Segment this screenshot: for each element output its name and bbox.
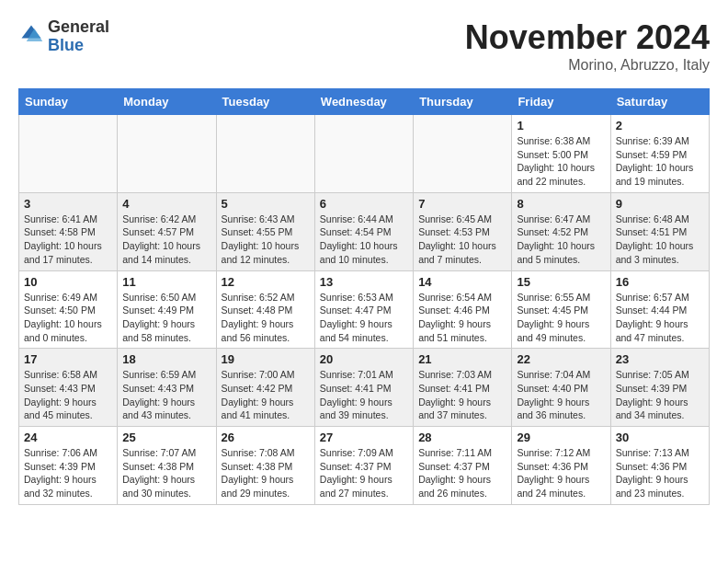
calendar-day-cell: 25Sunrise: 7:07 AM Sunset: 4:38 PM Dayli… [118,427,216,505]
calendar-day-cell: 28Sunrise: 7:11 AM Sunset: 4:37 PM Dayli… [414,427,512,505]
calendar-day-cell: 10Sunrise: 6:49 AM Sunset: 4:50 PM Dayli… [19,270,118,349]
calendar-day-cell: 21Sunrise: 7:03 AM Sunset: 4:41 PM Dayli… [414,349,512,427]
day-number: 8 [517,197,605,211]
logo-text: General Blue [48,18,109,55]
day-number: 23 [616,352,704,366]
day-number: 11 [122,275,210,289]
day-number: 18 [122,352,210,366]
day-info: Sunrise: 6:47 AM Sunset: 4:52 PM Dayligh… [517,213,605,267]
day-number: 9 [616,197,704,211]
logo-icon [18,22,44,48]
day-number: 14 [418,275,506,289]
day-info: Sunrise: 6:55 AM Sunset: 4:45 PM Dayligh… [517,291,605,345]
day-number: 27 [320,431,408,444]
column-header-sunday: Sunday [19,89,118,115]
day-info: Sunrise: 6:57 AM Sunset: 4:44 PM Dayligh… [616,291,704,345]
day-number: 12 [222,275,310,289]
column-header-saturday: Saturday [610,89,709,115]
calendar-day-cell: 29Sunrise: 7:12 AM Sunset: 4:36 PM Dayli… [512,427,610,505]
calendar-day-cell: 15Sunrise: 6:55 AM Sunset: 4:45 PM Dayli… [512,270,610,349]
calendar-day-cell: 4Sunrise: 6:42 AM Sunset: 4:57 PM Daylig… [118,192,216,270]
calendar-day-cell: 9Sunrise: 6:48 AM Sunset: 4:51 PM Daylig… [610,192,709,270]
column-header-friday: Friday [512,89,610,115]
day-info: Sunrise: 6:45 AM Sunset: 4:53 PM Dayligh… [418,213,506,267]
calendar-empty-cell [414,115,512,193]
page-header: General Blue November 2024 Morino, Abruz… [18,18,710,74]
day-number: 25 [122,431,210,444]
day-info: Sunrise: 7:09 AM Sunset: 4:37 PM Dayligh… [320,446,408,500]
calendar-empty-cell [118,115,216,193]
day-info: Sunrise: 7:01 AM Sunset: 4:41 PM Dayligh… [320,368,408,422]
logo-general: General [48,18,109,37]
day-info: Sunrise: 7:12 AM Sunset: 4:36 PM Dayligh… [517,446,605,500]
calendar-day-cell: 18Sunrise: 6:59 AM Sunset: 4:43 PM Dayli… [118,349,216,427]
day-number: 6 [320,197,408,211]
calendar-day-cell: 5Sunrise: 6:43 AM Sunset: 4:55 PM Daylig… [216,192,314,270]
calendar-table: SundayMondayTuesdayWednesdayThursdayFrid… [18,88,710,505]
calendar-day-cell: 1Sunrise: 6:38 AM Sunset: 5:00 PM Daylig… [512,115,610,193]
calendar-week-row: 17Sunrise: 6:58 AM Sunset: 4:43 PM Dayli… [19,349,710,427]
calendar-day-cell: 27Sunrise: 7:09 AM Sunset: 4:37 PM Dayli… [314,427,413,505]
day-number: 2 [616,119,704,132]
day-info: Sunrise: 7:11 AM Sunset: 4:37 PM Dayligh… [418,446,506,500]
column-header-wednesday: Wednesday [314,89,413,115]
day-info: Sunrise: 6:59 AM Sunset: 4:43 PM Dayligh… [122,368,210,422]
day-number: 13 [320,275,408,289]
logo: General Blue [18,18,109,55]
day-info: Sunrise: 6:42 AM Sunset: 4:57 PM Dayligh… [122,213,210,267]
day-info: Sunrise: 6:52 AM Sunset: 4:48 PM Dayligh… [222,291,310,345]
calendar-empty-cell [314,115,413,193]
calendar-header-row: SundayMondayTuesdayWednesdayThursdayFrid… [19,89,710,115]
calendar-day-cell: 24Sunrise: 7:06 AM Sunset: 4:39 PM Dayli… [19,427,118,505]
day-number: 5 [222,197,310,211]
day-info: Sunrise: 6:38 AM Sunset: 5:00 PM Dayligh… [517,134,605,189]
calendar-day-cell: 22Sunrise: 7:04 AM Sunset: 4:40 PM Dayli… [512,349,610,427]
day-number: 28 [418,431,506,444]
calendar-day-cell: 23Sunrise: 7:05 AM Sunset: 4:39 PM Dayli… [610,349,709,427]
calendar-week-row: 10Sunrise: 6:49 AM Sunset: 4:50 PM Dayli… [19,270,710,349]
day-number: 20 [320,352,408,366]
day-number: 21 [418,352,506,366]
calendar-day-cell: 20Sunrise: 7:01 AM Sunset: 4:41 PM Dayli… [314,349,413,427]
day-info: Sunrise: 7:13 AM Sunset: 4:36 PM Dayligh… [616,446,704,500]
day-number: 10 [24,275,112,289]
day-info: Sunrise: 7:07 AM Sunset: 4:38 PM Dayligh… [122,446,210,500]
day-info: Sunrise: 7:08 AM Sunset: 4:38 PM Dayligh… [222,446,310,500]
day-info: Sunrise: 7:03 AM Sunset: 4:41 PM Dayligh… [418,368,506,422]
day-info: Sunrise: 6:53 AM Sunset: 4:47 PM Dayligh… [320,291,408,345]
day-info: Sunrise: 7:04 AM Sunset: 4:40 PM Dayligh… [517,368,605,422]
day-number: 30 [616,431,704,444]
calendar-day-cell: 30Sunrise: 7:13 AM Sunset: 4:36 PM Dayli… [610,427,709,505]
calendar-day-cell: 17Sunrise: 6:58 AM Sunset: 4:43 PM Dayli… [19,349,118,427]
day-info: Sunrise: 6:44 AM Sunset: 4:54 PM Dayligh… [320,213,408,267]
column-header-thursday: Thursday [414,89,512,115]
calendar-day-cell: 8Sunrise: 6:47 AM Sunset: 4:52 PM Daylig… [512,192,610,270]
calendar-day-cell: 13Sunrise: 6:53 AM Sunset: 4:47 PM Dayli… [314,270,413,349]
location-title: Morino, Abruzzo, Italy [465,57,710,74]
day-number: 4 [122,197,210,211]
calendar-day-cell: 6Sunrise: 6:44 AM Sunset: 4:54 PM Daylig… [314,192,413,270]
day-info: Sunrise: 6:49 AM Sunset: 4:50 PM Dayligh… [24,291,112,345]
day-number: 3 [24,197,112,211]
month-title: November 2024 [465,18,710,57]
calendar-day-cell: 12Sunrise: 6:52 AM Sunset: 4:48 PM Dayli… [216,270,314,349]
calendar-week-row: 3Sunrise: 6:41 AM Sunset: 4:58 PM Daylig… [19,192,710,270]
day-info: Sunrise: 6:41 AM Sunset: 4:58 PM Dayligh… [24,213,112,267]
day-info: Sunrise: 7:05 AM Sunset: 4:39 PM Dayligh… [616,368,704,422]
calendar-week-row: 24Sunrise: 7:06 AM Sunset: 4:39 PM Dayli… [19,427,710,505]
day-number: 16 [616,275,704,289]
day-info: Sunrise: 6:39 AM Sunset: 4:59 PM Dayligh… [616,134,704,189]
day-number: 1 [517,119,605,132]
calendar-empty-cell [216,115,314,193]
day-info: Sunrise: 6:50 AM Sunset: 4:49 PM Dayligh… [122,291,210,345]
day-number: 17 [24,352,112,366]
calendar-day-cell: 7Sunrise: 6:45 AM Sunset: 4:53 PM Daylig… [414,192,512,270]
calendar-week-row: 1Sunrise: 6:38 AM Sunset: 5:00 PM Daylig… [19,115,710,193]
day-info: Sunrise: 6:43 AM Sunset: 4:55 PM Dayligh… [222,213,310,267]
day-number: 7 [418,197,506,211]
calendar-day-cell: 19Sunrise: 7:00 AM Sunset: 4:42 PM Dayli… [216,349,314,427]
column-header-tuesday: Tuesday [216,89,314,115]
day-number: 26 [222,431,310,444]
calendar-day-cell: 26Sunrise: 7:08 AM Sunset: 4:38 PM Dayli… [216,427,314,505]
day-number: 22 [517,352,605,366]
